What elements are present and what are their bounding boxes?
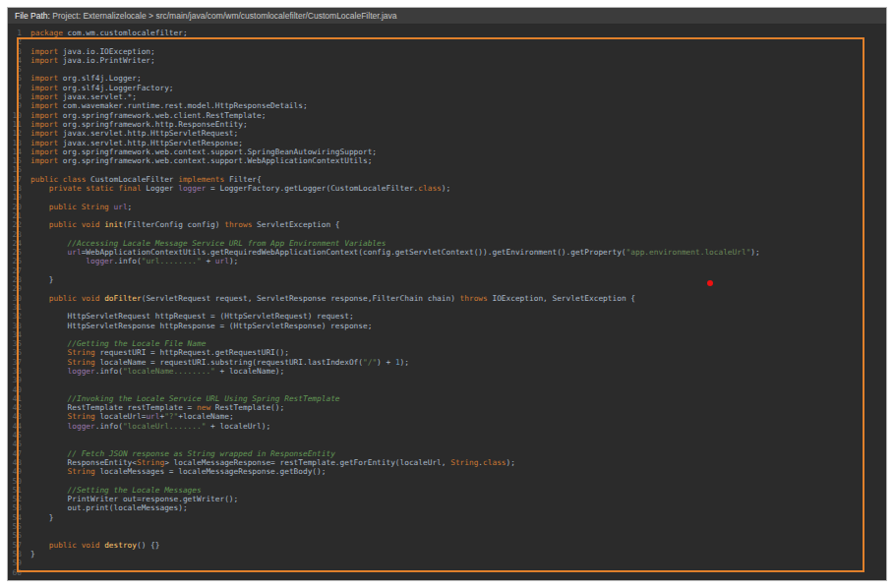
- file-path-bar: File Path: Project: Externalizelocale > …: [8, 8, 886, 25]
- line-number: 9: [8, 101, 22, 110]
- line-number: 47: [8, 449, 22, 458]
- code-line: logger.info("localeUrl......." + localeU…: [30, 422, 886, 431]
- code-line: String localeUrl=url+"?"+localeName;: [30, 412, 886, 421]
- line-number: 37: [8, 358, 22, 367]
- line-number: 46: [8, 440, 22, 448]
- file-path-label: File Path:: [15, 11, 50, 21]
- line-number: 49: [8, 467, 22, 476]
- line-number: 42: [8, 403, 22, 412]
- editor-window: File Path: Project: Externalizelocale > …: [7, 7, 887, 581]
- line-number: 36: [8, 348, 22, 357]
- code-line: String localeMessages = localeMessageRes…: [30, 467, 886, 476]
- code-line: }: [30, 513, 886, 522]
- breadcrumb: Project: Externalizelocale > src/main/ja…: [50, 11, 397, 21]
- code-line: [30, 568, 886, 577]
- line-number: 60: [8, 568, 22, 577]
- line-number: 55: [8, 522, 22, 531]
- code-lines[interactable]: package com.wm.customlocalefilter;import…: [25, 29, 886, 580]
- code-line: import org.springframework.web.context.s…: [30, 156, 886, 165]
- code-line: }: [30, 275, 886, 284]
- code-line: [30, 376, 886, 384]
- code-line: import org.springframework.http.Response…: [30, 120, 886, 129]
- code-line: // Fetch JSON response as String wrapped…: [30, 449, 886, 458]
- code-line: [30, 559, 886, 567]
- line-number: 20: [8, 203, 22, 211]
- code-line: import com.wavemaker.runtime.rest.model.…: [30, 101, 886, 110]
- line-number: 22: [8, 220, 22, 229]
- code-line: String requestURI = httpRequest.getReque…: [30, 348, 886, 357]
- line-number: 38: [8, 367, 22, 376]
- code-line: package com.wm.customlocalefilter;: [30, 29, 886, 37]
- code-line: PrintWriter out=response.getWriter();: [30, 495, 886, 503]
- code-line: //Getting the Locale File Name: [30, 339, 886, 348]
- line-number: 7: [8, 84, 22, 92]
- code-line: }: [30, 550, 886, 559]
- code-line: import org.springframework.web.client.Re…: [30, 111, 886, 120]
- line-number: 32: [8, 312, 22, 321]
- code-line: [30, 531, 886, 540]
- line-number: 40: [8, 385, 22, 394]
- code-line: import javax.servlet.*;: [30, 92, 886, 101]
- line-number: 18: [8, 184, 22, 193]
- line-number: 29: [8, 284, 22, 293]
- line-number: 54: [8, 513, 22, 522]
- code-line: [30, 266, 886, 275]
- red-dot-marker: [707, 280, 713, 286]
- line-number: 16: [8, 165, 22, 174]
- code-line: HttpServletResponse httpResponse = (Http…: [30, 322, 886, 330]
- line-number: 51: [8, 486, 22, 495]
- code-line: url=WebApplicationContextUtils.getRequir…: [30, 248, 886, 257]
- line-number: 45: [8, 431, 22, 440]
- code-line: [30, 477, 886, 486]
- line-number: 57: [8, 541, 22, 550]
- code-line: logger.info("localeName........" + local…: [30, 367, 886, 376]
- line-number: 35: [8, 339, 22, 348]
- line-number: 30: [8, 294, 22, 303]
- line-number: 1: [8, 29, 22, 37]
- line-number: 23: [8, 230, 22, 239]
- code-line: //Accessing Lacale Message Service URL f…: [30, 239, 886, 248]
- code-line: import javax.servlet.http.HttpServletRes…: [30, 139, 886, 147]
- line-number: 11: [8, 120, 22, 129]
- code-line: [30, 211, 886, 220]
- line-number: 44: [8, 422, 22, 431]
- code-line: [30, 284, 886, 293]
- line-number: 56: [8, 531, 22, 540]
- line-number: 50: [8, 477, 22, 486]
- code-line: [30, 522, 886, 531]
- code-line: public class CustomLocaleFilter implemen…: [30, 175, 886, 184]
- code-line: import java.io.IOException;: [30, 47, 886, 56]
- code-line: [30, 65, 886, 74]
- code-line: logger.info("url........" + url);: [30, 257, 886, 265]
- line-number: 17: [8, 175, 22, 184]
- line-number: 26: [8, 257, 22, 265]
- code-line: import org.slf4j.Logger;: [30, 74, 886, 83]
- line-number: 59: [8, 559, 22, 567]
- code-line: [30, 193, 886, 202]
- code-line: import java.io.PrintWriter;: [30, 56, 886, 65]
- line-number: 25: [8, 248, 22, 257]
- code-line: //Setting the Locale Messages: [30, 486, 886, 495]
- code-line: [30, 440, 886, 448]
- code-line: HttpServletRequest httpRequest = (HttpSe…: [30, 312, 886, 321]
- line-number: 2: [8, 37, 22, 46]
- code-line: public void init(FilterConfig config) th…: [30, 220, 886, 229]
- line-number: 58: [8, 550, 22, 559]
- line-number: 31: [8, 303, 22, 312]
- line-number: 10: [8, 111, 22, 120]
- code-line: [30, 303, 886, 312]
- code-line: ResponseEntity<String> localeMessageResp…: [30, 458, 886, 467]
- line-number: 28: [8, 275, 22, 284]
- code-line: [30, 385, 886, 394]
- line-number-gutter[interactable]: 1234567891011121314151617181920212223242…: [8, 29, 25, 580]
- code-line: public void doFilter(ServletRequest requ…: [30, 294, 886, 303]
- line-number: 21: [8, 211, 22, 220]
- line-number: 8: [8, 92, 22, 101]
- code-line: //Invoking the Locale Service URL Using …: [30, 394, 886, 403]
- code-line: RestTemplate restTemplate = new RestTemp…: [30, 403, 886, 412]
- code-editor[interactable]: 1234567891011121314151617181920212223242…: [8, 25, 886, 580]
- code-line: out.print(localeMessages);: [30, 503, 886, 512]
- line-number: 48: [8, 458, 22, 467]
- code-line: [30, 37, 886, 46]
- line-number: 24: [8, 239, 22, 248]
